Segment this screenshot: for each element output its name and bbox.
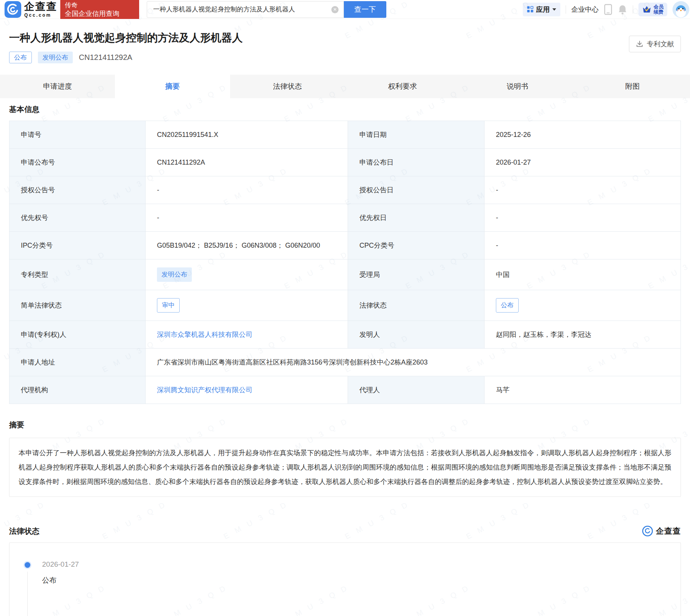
info-value: 公布 <box>485 290 681 321</box>
type-badge: 发明公布 <box>38 52 73 63</box>
info-label: 简单法律状态 <box>9 290 146 321</box>
table-row: 专利类型发明公布受理局中国 <box>9 259 681 290</box>
info-value: CN121411292A <box>146 149 348 176</box>
search-button[interactable]: 查一下 <box>344 1 386 18</box>
chevron-down-icon <box>552 8 556 11</box>
enterprise-center-link[interactable]: 企业中心 <box>571 5 599 14</box>
info-label: 法律状态 <box>348 290 485 321</box>
info-value: 中国 <box>485 259 681 290</box>
info-label: 申请(专利权)人 <box>9 321 146 349</box>
tab-5[interactable]: 附图 <box>575 75 690 98</box>
vip-renew-button[interactable]: 会员 续费 <box>638 3 667 16</box>
vip-line2: 续费 <box>654 9 663 15</box>
info-value: 审中 <box>146 290 348 321</box>
promo-line1: 传奇 <box>65 1 139 9</box>
table-row: 代理机构深圳腾文知识产权代理有限公司代理人马芊 <box>9 376 681 404</box>
info-label: 授权公告日 <box>348 176 485 204</box>
info-label: 代理人 <box>348 376 485 404</box>
info-value: 2026-01-27 <box>485 149 681 176</box>
info-label: 申请号 <box>9 121 146 149</box>
qcc-watermark-logo: 企查查 <box>642 526 681 536</box>
notification-bell-icon[interactable] <box>618 4 627 15</box>
vip-line1: 会员 <box>654 4 663 9</box>
company-link[interactable]: 深圳腾文知识产权代理有限公司 <box>157 386 252 394</box>
info-value: - <box>146 204 348 232</box>
logo-name: 企查查 <box>24 2 57 12</box>
logo-domain: Qcc.com <box>24 13 57 17</box>
info-value: 赵同阳，赵玉栋，李渠，李冠达 <box>485 321 681 349</box>
info-value: CN202511991541.X <box>146 121 348 149</box>
divider <box>633 5 633 14</box>
qcc-logo[interactable]: 企查查 Qcc.com <box>5 1 57 18</box>
table-row: 申请公布号CN121411292A申请公布日2026-01-27 <box>9 149 681 176</box>
tab-3[interactable]: 权利要求 <box>345 75 460 98</box>
info-value: - <box>146 176 348 204</box>
info-value: 深圳市众擎机器人科技有限公司 <box>146 321 348 349</box>
user-avatar[interactable] <box>673 1 689 18</box>
company-link[interactable]: 深圳市众擎机器人科技有限公司 <box>157 331 252 338</box>
basic-info-heading: 基本信息 <box>9 104 681 115</box>
divider <box>566 5 566 14</box>
info-label: 代理机构 <box>9 376 146 404</box>
patent-document-button[interactable]: 专利文献 <box>629 36 681 52</box>
tab-0[interactable]: 申请进度 <box>0 75 115 98</box>
info-label: 申请人地址 <box>9 349 146 376</box>
info-value: 发明公布 <box>146 259 348 290</box>
table-row: IPC分类号G05B19/042； B25J9/16； G06N3/008； G… <box>9 232 681 259</box>
info-value: - <box>485 232 681 259</box>
legal-status-panel: 2026-01-27公布 <box>9 542 681 616</box>
status-badge: 发明公布 <box>157 267 192 282</box>
info-label: 申请日期 <box>348 121 485 149</box>
promo-banner[interactable]: 传奇 全国企业信用查询 <box>60 0 139 19</box>
search-input[interactable] <box>147 1 344 18</box>
promo-line2: 全国企业信用查询 <box>65 9 139 18</box>
info-label: 受理局 <box>348 259 485 290</box>
tab-2[interactable]: 法律状态 <box>230 75 345 98</box>
apps-label: 应用 <box>536 5 550 14</box>
info-label: 授权公告号 <box>9 176 146 204</box>
info-label: 发明人 <box>348 321 485 349</box>
timeline-item: 2026-01-27公布 <box>9 560 681 585</box>
status-badge: 审中 <box>157 298 180 313</box>
info-label: CPC分类号 <box>348 232 485 259</box>
info-label: 优先权号 <box>9 204 146 232</box>
table-row: 优先权号-优先权日- <box>9 204 681 232</box>
qcc-mini-icon <box>642 526 653 536</box>
abstract-heading: 摘要 <box>9 420 681 430</box>
legal-status-heading: 法律状态 <box>9 526 39 536</box>
info-label: 优先权日 <box>348 204 485 232</box>
timeline-date: 2026-01-27 <box>42 560 681 569</box>
grid-icon <box>527 6 533 13</box>
info-value: - <box>485 176 681 204</box>
table-row: 简单法律状态审中法律状态公布 <box>9 290 681 321</box>
table-row: 申请号CN202511991541.X申请日期2025-12-26 <box>9 121 681 149</box>
qcc-logo-icon <box>5 1 21 18</box>
mobile-app-icon[interactable] <box>604 4 612 15</box>
qcc-mini-text: 企查查 <box>656 526 681 536</box>
info-value: 广东省深圳市南山区粤海街道高新区社区科苑南路3156号深圳湾创新科技中心2栋A座… <box>146 349 681 376</box>
patent-document-label: 专利文献 <box>647 39 674 49</box>
info-value: - <box>485 204 681 232</box>
info-value: 深圳腾文知识产权代理有限公司 <box>146 376 348 404</box>
info-label: 专利类型 <box>9 259 146 290</box>
info-value: 马芊 <box>485 376 681 404</box>
tab-1[interactable]: 摘要 <box>115 75 230 98</box>
clear-search-icon[interactable]: ✕ <box>331 6 339 13</box>
table-row: 授权公告号-授权公告日- <box>9 176 681 204</box>
tab-4[interactable]: 说明书 <box>460 75 575 98</box>
status-badge: 公布 <box>9 52 32 63</box>
table-row: 申请(专利权)人深圳市众擎机器人科技有限公司发明人赵同阳，赵玉栋，李渠，李冠达 <box>9 321 681 349</box>
timeline-line <box>27 572 28 616</box>
basic-info-table: 申请号CN202511991541.X申请日期2025-12-26申请公布号CN… <box>9 121 681 404</box>
publication-number: CN121411292A <box>79 53 132 62</box>
abstract-text: 本申请公开了一种人形机器人视觉起身控制的方法及人形机器人，用于提升起身动作在真实… <box>9 438 681 497</box>
timeline-event: 公布 <box>42 575 681 585</box>
crown-icon <box>642 5 651 14</box>
info-value: 2025-12-26 <box>485 121 681 149</box>
tab-bar: 申请进度摘要法律状态权利要求说明书附图 <box>0 75 690 98</box>
table-row: 申请人地址广东省深圳市南山区粤海街道高新区社区科苑南路3156号深圳湾创新科技中… <box>9 349 681 376</box>
info-label: IPC分类号 <box>9 232 146 259</box>
apps-menu[interactable]: 应用 <box>523 3 560 16</box>
info-value: G05B19/042； B25J9/16； G06N3/008； G06N20/… <box>146 232 348 259</box>
page-title: 一种人形机器人视觉起身控制的方法及人形机器人 <box>9 30 681 46</box>
